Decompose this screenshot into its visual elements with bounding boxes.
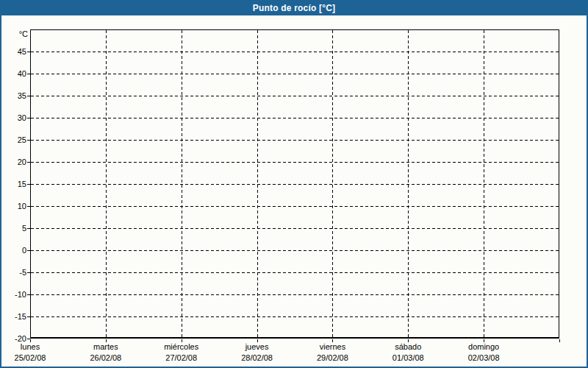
y-tick-label: 10 <box>0 201 26 211</box>
v-gridline <box>484 30 484 337</box>
x-axis-day-label: sábado <box>370 342 446 352</box>
x-tick-mark <box>332 339 333 342</box>
y-tick-label: 45 <box>0 46 26 57</box>
x-axis-day-label: miércoles <box>143 342 220 352</box>
x-tick-mark <box>408 339 409 342</box>
h-gridline <box>31 250 559 251</box>
h-gridline <box>31 206 559 207</box>
v-gridline <box>182 30 182 337</box>
y-tick-mark <box>27 184 30 185</box>
chart-title: Punto de rocío [°C] <box>253 3 336 13</box>
y-tick-label: 35 <box>0 91 26 101</box>
h-gridline <box>31 162 559 163</box>
chart-canvas: °C 454035302520151050-5-10-15-20lunes25/… <box>0 0 588 368</box>
y-tick-mark <box>27 228 30 229</box>
x-axis-date-label: 29/02/08 <box>294 353 370 363</box>
h-gridline <box>31 228 559 229</box>
y-tick-label: 20 <box>0 157 26 167</box>
x-axis-day-label: jueves <box>219 342 295 352</box>
x-axis-day-label: martes <box>68 342 144 352</box>
y-tick-label: 25 <box>0 135 26 145</box>
x-axis-day-label: lunes <box>0 342 68 352</box>
x-tick-mark <box>182 339 182 342</box>
y-tick-label: -5 <box>0 267 26 277</box>
y-tick-label: 30 <box>0 113 26 123</box>
y-tick-mark <box>27 162 30 163</box>
h-gridline <box>31 184 559 185</box>
x-tick-mark <box>257 339 258 342</box>
v-gridline <box>332 30 333 337</box>
y-tick-label: 40 <box>0 68 26 79</box>
y-tick-mark <box>27 206 30 207</box>
h-gridline <box>31 74 559 74</box>
x-axis-day-label: viernes <box>294 342 370 352</box>
h-gridline <box>31 140 559 141</box>
y-tick-mark <box>27 272 30 273</box>
x-axis-date-label: 28/02/08 <box>219 353 295 363</box>
title-bar: Punto de rocío [°C] <box>0 0 588 15</box>
y-tick-mark <box>27 96 30 96</box>
x-tick-mark <box>106 339 107 342</box>
h-gridline <box>31 272 559 273</box>
x-tick-mark <box>30 339 31 342</box>
v-gridline <box>408 30 409 337</box>
x-tick-mark <box>559 339 560 342</box>
plot-area <box>30 29 559 339</box>
y-tick-mark <box>27 52 30 52</box>
h-gridline <box>31 294 559 295</box>
y-tick-label: -10 <box>0 289 26 300</box>
v-gridline <box>106 30 107 337</box>
x-axis-date-label: 26/02/08 <box>68 353 144 363</box>
y-tick-mark <box>27 118 30 118</box>
y-axis-unit-label: °C <box>0 29 28 39</box>
chart-window: Punto de rocío [°C] °C 45403530252015105… <box>0 0 588 368</box>
x-tick-mark <box>484 339 484 342</box>
y-tick-mark <box>27 140 30 141</box>
x-axis-day-label: domingo <box>445 342 522 352</box>
y-tick-label: -15 <box>0 311 26 322</box>
h-gridline <box>31 96 559 96</box>
h-gridline <box>31 316 559 317</box>
h-gridline <box>31 118 559 118</box>
y-tick-mark <box>27 74 30 74</box>
y-tick-mark <box>27 316 30 317</box>
x-axis-date-label: 01/03/08 <box>370 353 446 363</box>
y-tick-label: 15 <box>0 179 26 189</box>
y-tick-label: 0 <box>0 245 26 255</box>
x-axis-date-label: 25/02/08 <box>0 353 68 363</box>
h-gridline <box>31 52 559 52</box>
y-tick-mark <box>27 250 30 251</box>
y-tick-label: 5 <box>0 223 26 233</box>
v-gridline <box>257 30 258 337</box>
x-axis-date-label: 27/02/08 <box>143 353 220 363</box>
y-tick-mark <box>27 294 30 295</box>
x-axis-date-label: 02/03/08 <box>445 353 522 363</box>
